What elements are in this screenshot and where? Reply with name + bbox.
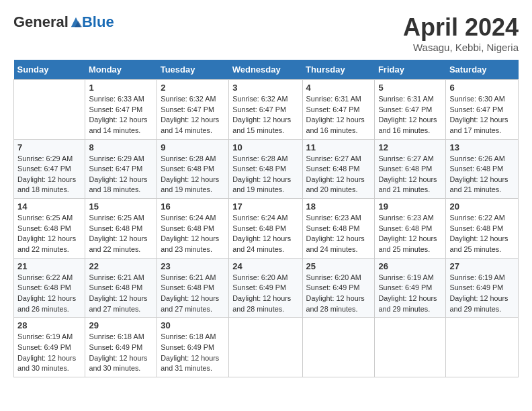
calendar-cell: 26Sunrise: 6:19 AM Sunset: 6:49 PM Dayli… [375,258,446,318]
calendar-cell: 4Sunrise: 6:31 AM Sunset: 6:47 PM Daylig… [302,80,375,140]
calendar-week-1: 1Sunrise: 6:33 AM Sunset: 6:47 PM Daylig… [14,80,519,140]
calendar-cell: 21Sunrise: 6:22 AM Sunset: 6:48 PM Dayli… [14,258,85,318]
calendar-cell: 29Sunrise: 6:18 AM Sunset: 6:49 PM Dayli… [85,318,157,377]
day-info: Sunrise: 6:24 AM Sunset: 6:48 PM Dayligh… [161,213,225,255]
day-info: Sunrise: 6:19 AM Sunset: 6:49 PM Dayligh… [449,273,515,315]
calendar-cell: 7Sunrise: 6:29 AM Sunset: 6:47 PM Daylig… [14,139,85,199]
day-number: 14 [17,201,81,212]
day-number: 16 [161,201,225,212]
day-info: Sunrise: 6:18 AM Sunset: 6:49 PM Dayligh… [161,332,225,374]
day-number: 26 [378,261,442,271]
day-info: Sunrise: 6:26 AM Sunset: 6:48 PM Dayligh… [449,154,515,196]
calendar-cell: 17Sunrise: 6:24 AM Sunset: 6:48 PM Dayli… [229,199,302,259]
day-number: 3 [232,83,298,93]
day-info: Sunrise: 6:22 AM Sunset: 6:48 PM Dayligh… [17,273,81,315]
calendar-cell: 11Sunrise: 6:27 AM Sunset: 6:48 PM Dayli… [302,139,375,199]
calendar-title: April 2024 [403,13,519,42]
day-info: Sunrise: 6:20 AM Sunset: 6:49 PM Dayligh… [306,273,371,315]
day-number: 23 [161,261,225,271]
day-number: 19 [378,201,442,212]
day-number: 13 [449,142,515,152]
day-number: 29 [89,320,153,330]
day-number: 4 [306,83,371,93]
calendar-cell: 9Sunrise: 6:28 AM Sunset: 6:48 PM Daylig… [157,139,229,199]
calendar-cell [14,80,85,140]
title-block: April 2024 Wasagu, Kebbi, Nigeria [403,13,519,53]
calendar-cell: 10Sunrise: 6:28 AM Sunset: 6:48 PM Dayli… [229,139,302,199]
day-number: 18 [306,201,371,212]
day-number: 9 [161,142,225,152]
calendar-cell: 24Sunrise: 6:20 AM Sunset: 6:49 PM Dayli… [229,258,302,318]
day-number: 17 [232,201,298,212]
day-number: 12 [378,142,442,152]
day-info: Sunrise: 6:32 AM Sunset: 6:47 PM Dayligh… [232,94,298,136]
calendar-cell: 14Sunrise: 6:25 AM Sunset: 6:48 PM Dayli… [14,199,85,259]
calendar-cell: 28Sunrise: 6:19 AM Sunset: 6:49 PM Dayli… [14,318,85,377]
calendar-cell: 3Sunrise: 6:32 AM Sunset: 6:47 PM Daylig… [229,80,302,140]
calendar-week-4: 21Sunrise: 6:22 AM Sunset: 6:48 PM Dayli… [14,258,519,318]
weekday-header-friday: Friday [375,60,446,80]
day-number: 8 [89,142,153,152]
calendar-cell: 27Sunrise: 6:19 AM Sunset: 6:49 PM Dayli… [446,258,519,318]
day-number: 30 [161,320,225,330]
weekday-header-row: SundayMondayTuesdayWednesdayThursdayFrid… [14,60,519,80]
day-number: 1 [89,83,153,93]
day-info: Sunrise: 6:28 AM Sunset: 6:48 PM Dayligh… [161,154,225,196]
weekday-header-tuesday: Tuesday [157,60,229,80]
calendar-cell: 22Sunrise: 6:21 AM Sunset: 6:48 PM Dayli… [85,258,157,318]
day-info: Sunrise: 6:22 AM Sunset: 6:48 PM Dayligh… [449,213,515,255]
weekday-header-saturday: Saturday [446,60,519,80]
day-info: Sunrise: 6:31 AM Sunset: 6:47 PM Dayligh… [378,94,442,136]
day-info: Sunrise: 6:20 AM Sunset: 6:49 PM Dayligh… [232,273,298,315]
day-info: Sunrise: 6:27 AM Sunset: 6:48 PM Dayligh… [378,154,442,196]
calendar-cell: 1Sunrise: 6:33 AM Sunset: 6:47 PM Daylig… [85,80,157,140]
calendar-week-2: 7Sunrise: 6:29 AM Sunset: 6:47 PM Daylig… [14,139,519,199]
day-number: 22 [89,261,153,271]
calendar-cell: 5Sunrise: 6:31 AM Sunset: 6:47 PM Daylig… [375,80,446,140]
day-info: Sunrise: 6:24 AM Sunset: 6:48 PM Dayligh… [232,213,298,255]
day-number: 21 [17,261,81,271]
day-info: Sunrise: 6:30 AM Sunset: 6:47 PM Dayligh… [449,94,515,136]
day-number: 28 [17,320,81,330]
calendar-cell: 20Sunrise: 6:22 AM Sunset: 6:48 PM Dayli… [446,199,519,259]
day-number: 10 [232,142,298,152]
day-info: Sunrise: 6:23 AM Sunset: 6:48 PM Dayligh… [306,213,371,255]
calendar-cell: 16Sunrise: 6:24 AM Sunset: 6:48 PM Dayli… [157,199,229,259]
day-number: 6 [449,83,515,93]
day-info: Sunrise: 6:28 AM Sunset: 6:48 PM Dayligh… [232,154,298,196]
day-number: 15 [89,201,153,212]
weekday-header-thursday: Thursday [302,60,375,80]
calendar-cell: 8Sunrise: 6:29 AM Sunset: 6:47 PM Daylig… [85,139,157,199]
day-number: 27 [449,261,515,271]
day-info: Sunrise: 6:33 AM Sunset: 6:47 PM Dayligh… [89,94,153,136]
calendar-cell [229,318,302,377]
day-info: Sunrise: 6:29 AM Sunset: 6:47 PM Dayligh… [17,154,81,196]
day-info: Sunrise: 6:25 AM Sunset: 6:48 PM Dayligh… [89,213,153,255]
calendar-cell: 15Sunrise: 6:25 AM Sunset: 6:48 PM Dayli… [85,199,157,259]
day-info: Sunrise: 6:31 AM Sunset: 6:47 PM Dayligh… [306,94,371,136]
day-info: Sunrise: 6:19 AM Sunset: 6:49 PM Dayligh… [17,332,81,374]
day-number: 2 [161,83,225,93]
calendar-header: SundayMondayTuesdayWednesdayThursdayFrid… [14,60,519,80]
calendar-week-5: 28Sunrise: 6:19 AM Sunset: 6:49 PM Dayli… [14,318,519,377]
calendar-cell: 18Sunrise: 6:23 AM Sunset: 6:48 PM Dayli… [302,199,375,259]
day-info: Sunrise: 6:19 AM Sunset: 6:49 PM Dayligh… [378,273,442,315]
day-info: Sunrise: 6:29 AM Sunset: 6:47 PM Dayligh… [89,154,153,196]
calendar-table: SundayMondayTuesdayWednesdayThursdayFrid… [13,60,519,377]
calendar-cell: 23Sunrise: 6:21 AM Sunset: 6:48 PM Dayli… [157,258,229,318]
calendar-cell: 2Sunrise: 6:32 AM Sunset: 6:47 PM Daylig… [157,80,229,140]
calendar-subtitle: Wasagu, Kebbi, Nigeria [403,42,519,53]
day-number: 11 [306,142,371,152]
logo-blue-text: Blue [82,13,114,31]
calendar-week-3: 14Sunrise: 6:25 AM Sunset: 6:48 PM Dayli… [14,199,519,259]
calendar-cell: 19Sunrise: 6:23 AM Sunset: 6:48 PM Dayli… [375,199,446,259]
day-number: 20 [449,201,515,212]
calendar-cell: 25Sunrise: 6:20 AM Sunset: 6:49 PM Dayli… [302,258,375,318]
weekday-header-sunday: Sunday [14,60,85,80]
day-info: Sunrise: 6:21 AM Sunset: 6:48 PM Dayligh… [89,273,153,315]
logo-icon [70,16,82,28]
day-number: 5 [378,83,442,93]
day-number: 25 [306,261,371,271]
calendar-cell: 30Sunrise: 6:18 AM Sunset: 6:49 PM Dayli… [157,318,229,377]
day-info: Sunrise: 6:27 AM Sunset: 6:48 PM Dayligh… [306,154,371,196]
